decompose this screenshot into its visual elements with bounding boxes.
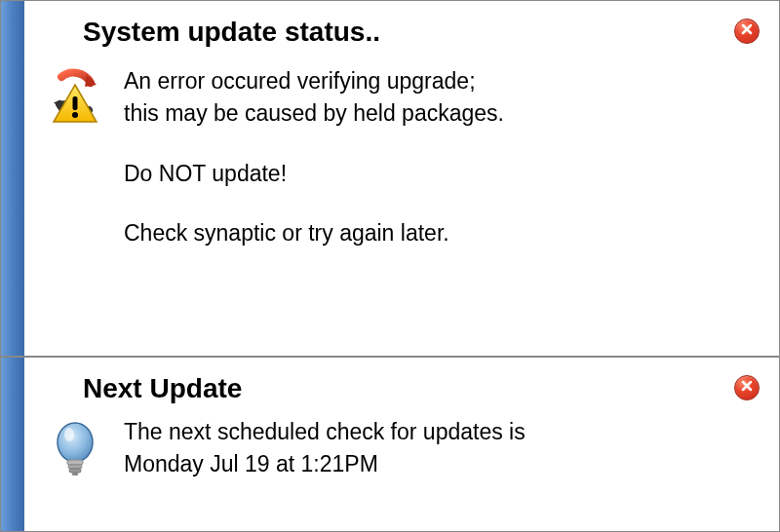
svg-point-6 xyxy=(64,428,74,441)
close-button[interactable] xyxy=(734,19,760,44)
message-line: Check synaptic or try again later. xyxy=(124,217,504,249)
notification-content: System update status.. xyxy=(24,1,779,356)
stripe xyxy=(1,358,24,531)
message-line: The next scheduled check for updates isM… xyxy=(124,416,526,481)
svg-point-5 xyxy=(58,423,93,462)
svg-point-4 xyxy=(72,112,78,118)
notification-message: An error occured verifying upgrade;this … xyxy=(124,65,504,249)
close-icon xyxy=(740,379,754,397)
lightbulb-icon xyxy=(44,417,106,479)
notification-content: Next Update xyxy=(24,358,779,531)
notification-title: Next Update xyxy=(83,373,760,404)
message-line: Do NOT update! xyxy=(124,158,504,190)
svg-rect-10 xyxy=(72,473,78,475)
notification-title: System update status.. xyxy=(83,17,760,48)
notification-next-update: Next Update xyxy=(0,357,780,532)
svg-rect-9 xyxy=(69,469,81,473)
notification-message: The next scheduled check for updates isM… xyxy=(124,416,526,481)
message-line: An error occured verifying upgrade;this … xyxy=(124,65,504,131)
svg-rect-8 xyxy=(68,465,82,469)
stripe xyxy=(1,1,24,356)
close-icon xyxy=(740,22,754,40)
warning-refresh-icon xyxy=(44,65,106,128)
close-button[interactable] xyxy=(734,375,760,400)
notification-system-update: System update status.. xyxy=(0,0,780,357)
svg-rect-3 xyxy=(73,96,78,110)
svg-rect-7 xyxy=(67,460,83,465)
